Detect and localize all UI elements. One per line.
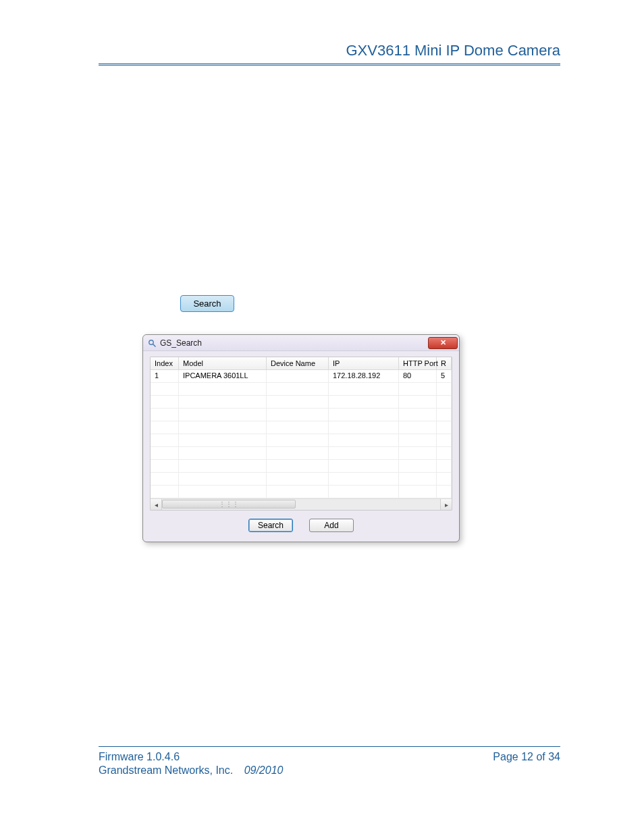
cell-model: IPCAMERA 3601LL bbox=[179, 370, 267, 383]
scroll-right-button[interactable]: ▸ bbox=[440, 499, 452, 510]
table-row[interactable]: 1 IPCAMERA 3601LL 172.18.28.192 80 5 bbox=[151, 370, 452, 383]
footer-page: Page 12 of 34 bbox=[493, 751, 560, 777]
col-header-model[interactable]: Model bbox=[179, 357, 267, 370]
magnifier-icon bbox=[147, 338, 157, 348]
chevron-right-icon: ▸ bbox=[445, 501, 448, 509]
grid-body: 1 IPCAMERA 3601LL 172.18.28.192 80 5 bbox=[151, 370, 452, 498]
close-icon: ✕ bbox=[440, 338, 446, 347]
window-title: GS_Search bbox=[160, 338, 202, 348]
col-header-http-port[interactable]: HTTP Port bbox=[399, 357, 437, 370]
page-footer: Firmware 1.0.4.6 Grandstream Networks, I… bbox=[99, 746, 560, 777]
table-row bbox=[151, 383, 452, 396]
scroll-left-button[interactable]: ◂ bbox=[151, 499, 162, 510]
grid-header: Index Model Device Name IP HTTP Port R bbox=[151, 357, 452, 370]
top-search-button-container: Search bbox=[180, 295, 234, 312]
table-row bbox=[151, 486, 452, 498]
footer-company-line: Grandstream Networks, Inc. 09/2010 bbox=[99, 764, 283, 777]
gs-search-window: GS_Search ✕ Index Model Device Name IP H… bbox=[142, 334, 460, 542]
footer-row: Firmware 1.0.4.6 Grandstream Networks, I… bbox=[99, 751, 560, 777]
search-button[interactable]: Search bbox=[248, 519, 293, 532]
col-header-extra[interactable]: R bbox=[437, 357, 452, 370]
scroll-track[interactable]: ⋮⋮⋮ bbox=[162, 499, 440, 510]
table-row bbox=[151, 447, 452, 460]
table-row bbox=[151, 434, 452, 447]
svg-line-1 bbox=[153, 344, 156, 346]
search-button-top[interactable]: Search bbox=[180, 295, 234, 312]
cell-ip: 172.18.28.192 bbox=[329, 370, 399, 383]
horizontal-scrollbar[interactable]: ◂ ⋮⋮⋮ ▸ bbox=[151, 498, 452, 510]
table-row bbox=[151, 460, 452, 473]
header-rule bbox=[99, 63, 560, 66]
col-header-device[interactable]: Device Name bbox=[267, 357, 329, 370]
table-row bbox=[151, 473, 452, 486]
footer-firmware: Firmware 1.0.4.6 bbox=[99, 751, 283, 763]
add-button[interactable]: Add bbox=[309, 519, 354, 532]
cell-extra: 5 bbox=[437, 370, 452, 383]
cell-http-port: 80 bbox=[399, 370, 437, 383]
table-row bbox=[151, 396, 452, 409]
window-button-row: Search Add bbox=[143, 519, 459, 532]
page-title: GXV3611 Mini IP Dome Camera bbox=[99, 42, 560, 62]
cell-index: 1 bbox=[151, 370, 179, 383]
results-table: Index Model Device Name IP HTTP Port R 1… bbox=[150, 357, 452, 511]
footer-date: 09/2010 bbox=[244, 764, 284, 776]
table-row bbox=[151, 409, 452, 421]
chevron-left-icon: ◂ bbox=[155, 501, 158, 509]
close-button[interactable]: ✕ bbox=[428, 337, 458, 349]
table-row bbox=[151, 421, 452, 434]
scroll-thumb[interactable]: ⋮⋮⋮ bbox=[162, 500, 296, 509]
page-header: GXV3611 Mini IP Dome Camera bbox=[99, 42, 560, 66]
footer-left: Firmware 1.0.4.6 Grandstream Networks, I… bbox=[99, 751, 283, 777]
grip-icon: ⋮⋮⋮ bbox=[219, 500, 239, 508]
col-header-index[interactable]: Index bbox=[151, 357, 179, 370]
grid: Index Model Device Name IP HTTP Port R 1… bbox=[151, 357, 452, 510]
cell-device bbox=[267, 370, 329, 383]
footer-company: Grandstream Networks, Inc. bbox=[99, 764, 233, 776]
footer-rule bbox=[99, 746, 560, 747]
col-header-ip[interactable]: IP bbox=[329, 357, 399, 370]
window-titlebar[interactable]: GS_Search ✕ bbox=[143, 335, 459, 351]
